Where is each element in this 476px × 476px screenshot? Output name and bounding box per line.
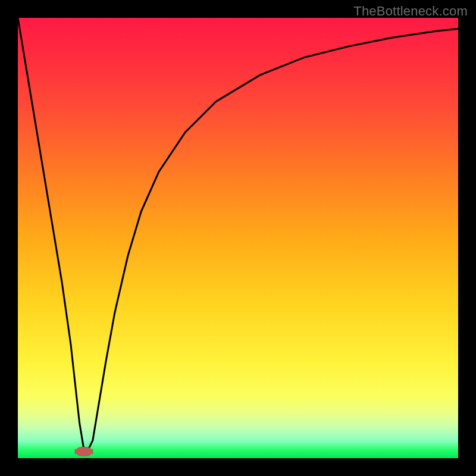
curve-layer bbox=[18, 18, 458, 458]
plot-area bbox=[18, 18, 458, 458]
watermark-text: TheBottleneck.com bbox=[353, 4, 468, 19]
chart-frame: TheBottleneck.com bbox=[0, 0, 476, 476]
mismatch-curve bbox=[18, 18, 458, 449]
optimal-marker bbox=[75, 447, 93, 456]
